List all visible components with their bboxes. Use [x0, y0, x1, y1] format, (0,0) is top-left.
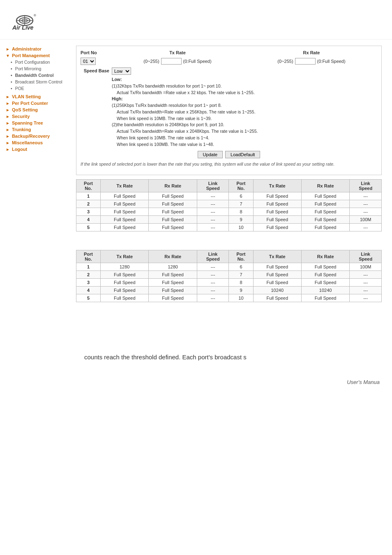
- col-link-speed-1: LinkSpeed: [197, 180, 229, 192]
- tx-rate-input[interactable]: [161, 58, 182, 65]
- cell-tx2: Full Speed: [253, 192, 301, 200]
- rx-rate-input[interactable]: [295, 58, 316, 65]
- cell2-tx1: 1280: [101, 263, 149, 271]
- sidebar-item-logout[interactable]: ► Logout: [4, 146, 70, 153]
- port-no-label: Port No: [81, 50, 109, 55]
- col2-tx-rate-2: Tx Rate: [253, 250, 301, 263]
- arrow-icon-pm: ▼: [6, 53, 10, 58]
- cell2-port2: 10: [229, 294, 253, 302]
- update-button[interactable]: Update: [198, 151, 223, 158]
- cell-link1: ---: [197, 192, 229, 200]
- content-spacer: [76, 308, 382, 341]
- table-row: 5 Full Speed Full Speed --- 10 Full Spee…: [76, 294, 382, 302]
- rate-table-1: PortNo. Tx Rate Rx Rate LinkSpeed PortNo…: [76, 179, 382, 231]
- cell2-port2: 8: [229, 279, 253, 287]
- col-rx-rate-2: Rx Rate: [301, 180, 349, 192]
- user-manual-text: User's Manua: [0, 379, 392, 385]
- sidebar-item-per-port-counter[interactable]: ► Per Port Counter: [4, 100, 70, 106]
- high-desc5: Actual Tx/Rx bandwidth=Rate value x 2048…: [112, 129, 258, 134]
- cell2-port1: 4: [76, 287, 101, 294]
- col2-link-speed-2: LinkSpeed: [350, 250, 382, 263]
- col-tx-rate-1: Tx Rate: [101, 180, 149, 192]
- speed-base-select[interactable]: Low High: [112, 67, 131, 75]
- sidebar-item-poe[interactable]: POE: [4, 85, 70, 92]
- sidebar-item-port-mirroring[interactable]: Port Mirroring: [4, 65, 70, 72]
- sidebar-item-backup-recovery[interactable]: ► Backup/Recovery: [4, 133, 70, 139]
- table-row: 4 Full Speed Full Speed --- 9 Full Speed…: [76, 216, 382, 224]
- cell2-tx2: Full Speed: [253, 263, 301, 271]
- sidebar-item-qos[interactable]: ► QoS Setting: [4, 106, 70, 113]
- sidebar: ► Administrator ▼ Port Management Port C…: [4, 44, 70, 367]
- cell-rx2: Full Speed: [301, 216, 349, 224]
- cell-tx1: Full Speed: [101, 200, 149, 208]
- rx-rate-inputs: (0~255) (0:Full Speed): [246, 58, 377, 65]
- tx-range-text: (0~255): [143, 59, 159, 64]
- cell-port1: 2: [76, 200, 101, 208]
- high-desc7: When link speed is 100MB. The rate value…: [112, 142, 214, 147]
- cell-port1: 5: [76, 224, 101, 231]
- port-no-select-container: 01: [81, 58, 109, 65]
- table-row: 5 Full Speed Full Speed --- 10 Full Spee…: [76, 224, 382, 231]
- sidebar-item-trunking[interactable]: ► Trunking: [4, 126, 70, 133]
- cell2-link2: ---: [350, 294, 382, 302]
- low-desc2: Actual Tx/Rx bandwidth =Rate value x 32 …: [112, 90, 255, 95]
- speed-description: Low: (1)32Kbps Tx/Rx bandwidth resolutio…: [112, 76, 377, 148]
- sidebar-item-administrator[interactable]: ► Administrator: [4, 46, 70, 52]
- sidebar-item-miscellaneous[interactable]: ► Miscellaneous: [4, 139, 70, 146]
- cell2-rx2: Full Speed: [301, 294, 349, 302]
- cell-tx2: Full Speed: [253, 208, 301, 216]
- cell2-tx1: Full Speed: [101, 287, 149, 294]
- button-row: Update LoadDefault: [81, 151, 377, 158]
- cell-rx1: Full Speed: [149, 224, 197, 231]
- cell2-tx2: Full Speed: [253, 294, 301, 302]
- cell-tx2: Full Speed: [253, 200, 301, 208]
- load-default-button[interactable]: LoadDefault: [225, 151, 260, 158]
- cell-tx1: Full Speed: [101, 224, 149, 231]
- port-no-select[interactable]: 01: [81, 58, 96, 65]
- bandwidth-table-2: PortNo. Tx Rate Rx Rate LinkSpeed PortNo…: [76, 250, 382, 302]
- cell-tx2: Full Speed: [253, 216, 301, 224]
- tx-rate-inputs: (0~255) (0:Full Speed): [112, 58, 243, 65]
- cell-link1: ---: [197, 216, 229, 224]
- form-header-row: Port No Tx Rate Rx Rate: [81, 50, 377, 55]
- low-title: Low:: [112, 77, 122, 82]
- cell2-port1: 5: [76, 294, 101, 302]
- sidebar-item-port-management[interactable]: ▼ Port Management: [4, 52, 70, 59]
- cell2-rx1: 1280: [149, 263, 197, 271]
- rx-full-speed-text: (0:Full Speed): [317, 59, 346, 64]
- cell2-link1: ---: [197, 287, 229, 294]
- speed-base-row: Speed Base Low High Low: (1)32Kbps Tx/Rx…: [81, 67, 377, 148]
- cell-port2: 6: [229, 192, 253, 200]
- cell-link2: ---: [350, 200, 382, 208]
- svg-text:®: ®: [34, 14, 36, 17]
- high-desc6: When link speed is 10MB. The rate value …: [112, 135, 209, 140]
- sidebar-item-port-configuration[interactable]: Port Configuration: [4, 59, 70, 65]
- high-desc3: When link speed is 10MB. The rate value …: [112, 116, 212, 121]
- content-area: Port No Tx Rate Rx Rate 01 (0~255) (0:Fu…: [70, 44, 388, 367]
- high-desc4: (2)the bandwidth resolution is 2048Kbps …: [112, 122, 224, 127]
- high-desc2: Actual Tx/Rx bandwidth=Rate value x 256K…: [112, 109, 256, 114]
- sidebar-item-bandwidth-control[interactable]: Bandwidth Control: [4, 72, 70, 79]
- sidebar-section-admin: ► Administrator ▼ Port Management Port C…: [4, 46, 70, 92]
- sidebar-item-broadcast-storm[interactable]: Broadcast Storm Control: [4, 79, 70, 85]
- cell-rx1: Full Speed: [149, 216, 197, 224]
- low-desc1: (1)32Kbps Tx/Rx bandwidth resolution for…: [112, 83, 221, 88]
- sidebar-item-spanning-tree[interactable]: ► Spanning Tree: [4, 120, 70, 126]
- col2-rx-rate-1: Rx Rate: [149, 250, 197, 263]
- tx-rate-label: Tx Rate: [112, 50, 243, 55]
- cell2-link1: ---: [197, 271, 229, 279]
- tx-full-speed-text: (0:Full Speed): [183, 59, 212, 64]
- sidebar-item-security[interactable]: ► Security: [4, 113, 70, 120]
- cell2-rx2: 10240: [301, 287, 349, 294]
- col-link-speed-2: LinkSpeed: [350, 180, 382, 192]
- table-row: 3 Full Speed Full Speed --- 8 Full Speed…: [76, 279, 382, 287]
- cell2-tx1: Full Speed: [101, 279, 149, 287]
- table-row: 2 Full Speed Full Speed --- 7 Full Speed…: [76, 200, 382, 208]
- sidebar-item-vlan[interactable]: ► VLAN Setting: [4, 93, 70, 100]
- col-tx-rate-2: Tx Rate: [253, 180, 301, 192]
- cell2-tx2: 10240: [253, 287, 301, 294]
- cell2-port2: 9: [229, 287, 253, 294]
- main-layout: ► Administrator ▼ Port Management Port C…: [0, 39, 392, 371]
- logo-container: Air Live ®: [12, 8, 380, 31]
- cell-tx1: Full Speed: [101, 216, 149, 224]
